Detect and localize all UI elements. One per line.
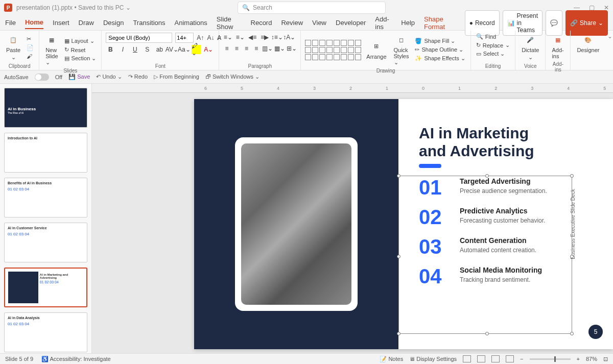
document-title[interactable]: presentation (1).pptx • Saved to this PC… bbox=[16, 4, 131, 11]
tab-animations[interactable]: Animations bbox=[175, 17, 207, 29]
text-direction-button[interactable]: ↕A⌄ bbox=[285, 33, 294, 42]
font-color-button[interactable]: A⌄ bbox=[204, 45, 213, 54]
thumbnail-4[interactable]: AI in Customer Service 01 02 03 04 bbox=[4, 223, 87, 262]
justify-button[interactable]: ≡ bbox=[253, 44, 260, 53]
thumbnail-2[interactable]: Introduction to AI bbox=[4, 133, 87, 173]
display-settings-button[interactable]: 🖥 Display Settings bbox=[409, 356, 457, 362]
slide-canvas[interactable]: AI in Marketingand Advertising 01 Target… bbox=[194, 99, 613, 349]
tab-help[interactable]: Help bbox=[401, 17, 415, 29]
reading-view-button[interactable] bbox=[491, 355, 500, 362]
item-desc: Tracking brand sentiment. bbox=[460, 276, 542, 283]
tab-home[interactable]: Home bbox=[25, 16, 43, 29]
autosave-toggle[interactable] bbox=[35, 74, 49, 81]
strike-button[interactable]: S bbox=[143, 45, 152, 54]
thumbnail-6[interactable]: AI in Data Analysis 01 02 03 04 bbox=[4, 312, 87, 352]
decrease-font-button[interactable]: A↓ bbox=[207, 33, 214, 42]
slideshow-view-button[interactable] bbox=[506, 355, 514, 362]
normal-view-button[interactable] bbox=[463, 355, 471, 362]
reset-button[interactable]: ↻ Reset bbox=[63, 46, 98, 54]
shapes-gallery[interactable] bbox=[305, 40, 361, 60]
select-button[interactable]: ▭ Select ⌄ bbox=[475, 50, 511, 58]
tab-draw[interactable]: Draw bbox=[79, 17, 94, 29]
bullets-button[interactable]: ≡⌄ bbox=[223, 33, 232, 42]
paste-button[interactable]: 📋Paste⌄ bbox=[4, 33, 22, 62]
shape-fill-button[interactable]: 🪣 Shape Fill ⌄ bbox=[414, 37, 466, 45]
numbering-button[interactable]: ≡⌄ bbox=[235, 33, 245, 42]
quick-styles-button[interactable]: ◻Quick Styles ⌄ bbox=[392, 33, 411, 67]
addins-button[interactable]: ▦Add-ins bbox=[550, 33, 566, 60]
sorter-view-button[interactable] bbox=[477, 355, 485, 362]
zoom-slider[interactable] bbox=[530, 358, 571, 360]
tab-developer[interactable]: Developer bbox=[336, 17, 366, 29]
thumbnail-5[interactable]: AI in Marketing and Advertising 01 02 03… bbox=[4, 268, 87, 307]
increase-indent-button[interactable]: ≡▶ bbox=[260, 33, 269, 42]
copy-button[interactable]: 📄 bbox=[26, 44, 35, 52]
format-painter-button[interactable]: 🖌 bbox=[26, 53, 35, 60]
slide-counter[interactable]: Slide 5 of 9 bbox=[5, 356, 33, 362]
tab-addins[interactable]: Add-ins bbox=[375, 13, 392, 33]
align-right-button[interactable]: ≡ bbox=[243, 44, 250, 53]
bold-button[interactable]: B bbox=[106, 45, 115, 54]
dictate-button[interactable]: 🎤Dictate⌄ bbox=[520, 33, 541, 62]
shape-outline-button[interactable]: ✏ Shape Outline ⌄ bbox=[414, 46, 466, 54]
notes-button[interactable]: 📝 Notes bbox=[380, 356, 403, 362]
align-left-button[interactable]: ≡ bbox=[223, 44, 230, 53]
italic-button[interactable]: I bbox=[118, 45, 127, 54]
thumbnail-3[interactable]: Benefits of AI in Business 01 02 03 04 bbox=[4, 178, 87, 217]
line-spacing-button[interactable]: ↕≡⌄ bbox=[272, 33, 281, 42]
tab-view[interactable]: View bbox=[312, 17, 326, 29]
slide-item-2[interactable]: 02 Predictive AnalyticsForecasting custo… bbox=[419, 207, 593, 227]
cut-button[interactable]: ✂ bbox=[26, 35, 35, 43]
align-center-button[interactable]: ≡ bbox=[233, 44, 240, 53]
zoom-level[interactable]: 87% bbox=[586, 356, 597, 362]
search-box[interactable]: 🔍 Search bbox=[238, 2, 386, 14]
collapse-ribbon-button[interactable]: ⌄ bbox=[605, 31, 613, 70]
tab-review[interactable]: Review bbox=[281, 17, 303, 29]
fit-to-window-button[interactable]: ⊡ bbox=[603, 356, 608, 362]
underline-button[interactable]: U bbox=[130, 45, 139, 54]
deck-side-label: Business Executive Slide Deck bbox=[570, 189, 576, 259]
font-size-select[interactable] bbox=[175, 33, 194, 43]
undo-button[interactable]: ↶ Undo ⌄ bbox=[96, 74, 122, 80]
zoom-out-button[interactable]: − bbox=[520, 356, 523, 362]
section-button[interactable]: ▤ Section ⌄ bbox=[63, 55, 98, 62]
slide-thumbnails-panel[interactable]: AI in Business The Rise of AI Introducti… bbox=[0, 84, 92, 353]
slide-item-1[interactable]: 01 Targeted AdvertisingPrecise audience … bbox=[419, 177, 593, 198]
tab-transitions[interactable]: Transitions bbox=[133, 17, 165, 29]
new-slide-button[interactable]: ▦New Slide ⌄ bbox=[43, 33, 60, 67]
photo-frame[interactable] bbox=[235, 137, 358, 311]
layout-button[interactable]: ▦ Layout ⌄ bbox=[63, 37, 98, 45]
decrease-indent-button[interactable]: ◀≡ bbox=[248, 33, 257, 42]
replace-button[interactable]: ↻ Replace ⌄ bbox=[475, 41, 511, 49]
accessibility-status[interactable]: ♿ Accessibility: Investigate bbox=[41, 356, 111, 362]
tab-slideshow[interactable]: Slide Show bbox=[217, 13, 242, 33]
shadow-button[interactable]: ab bbox=[155, 45, 164, 54]
slide-item-3[interactable]: 03 Content GenerationAutomated content c… bbox=[419, 236, 593, 257]
save-button[interactable]: 💾 Save bbox=[68, 74, 90, 80]
redo-button[interactable]: ↷ Redo bbox=[128, 74, 148, 80]
switch-windows-button[interactable]: 🗗 Switch Windows ⌄ bbox=[205, 74, 260, 80]
increase-font-button[interactable]: A↑ bbox=[197, 33, 204, 42]
zoom-in-button[interactable]: + bbox=[577, 356, 580, 362]
tab-insert[interactable]: Insert bbox=[53, 17, 69, 29]
shape-effects-button[interactable]: ✨ Shape Effects ⌄ bbox=[414, 55, 466, 62]
designer-button[interactable]: 🎨Designer bbox=[575, 33, 601, 54]
slide-item-4[interactable]: 04 Social Media MonitoringTracking brand… bbox=[419, 266, 593, 286]
slide-title[interactable]: AI in Marketingand Advertising bbox=[419, 125, 593, 160]
smartart-button[interactable]: ⊞⌄ bbox=[287, 44, 296, 53]
tab-design[interactable]: Design bbox=[103, 17, 124, 29]
arrange-button[interactable]: ⊞Arrange bbox=[364, 39, 388, 61]
columns-button[interactable]: ▥⌄ bbox=[263, 44, 272, 53]
char-spacing-button[interactable]: AV⌄ bbox=[167, 45, 176, 54]
change-case-button[interactable]: Aa⌄ bbox=[179, 45, 188, 54]
tab-file[interactable]: File bbox=[5, 17, 16, 29]
from-beginning-button[interactable]: ▷ From Beginning bbox=[154, 74, 199, 80]
align-text-button[interactable]: ▦⌄ bbox=[275, 44, 284, 53]
tab-shape-format[interactable]: Shape Format bbox=[424, 13, 456, 33]
tab-record[interactable]: Record bbox=[251, 17, 272, 29]
font-name-select[interactable] bbox=[106, 33, 172, 43]
slide-editor[interactable]: 6543210123456 AI in Marketingand Adverti… bbox=[92, 84, 613, 353]
thumbnail-1[interactable]: AI in Business The Rise of AI bbox=[4, 88, 87, 128]
highlight-button[interactable]: 🖍⌄ bbox=[192, 45, 201, 54]
find-button[interactable]: 🔍 Find bbox=[475, 33, 511, 40]
